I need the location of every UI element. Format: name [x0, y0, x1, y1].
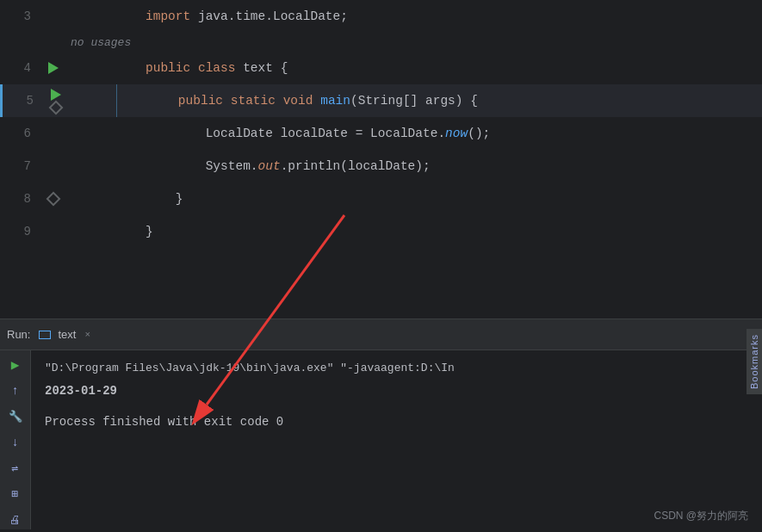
scroll-down-button[interactable]: ↓: [6, 433, 25, 452]
pin-button[interactable]: ⊞: [6, 485, 25, 504]
output-exit-code: Process finished with exit code 0: [45, 411, 748, 433]
diamond-icon-5: [49, 101, 64, 115]
run-body: ▶ ↑ 🔧 ↓ ⇌ ⊞ 🖨 "D:\Program Files\Java\jdk…: [0, 350, 762, 529]
run-sidebar: ▶ ↑ 🔧 ↓ ⇌ ⊞ 🖨: [0, 350, 31, 529]
play-button[interactable]: ▶: [6, 356, 25, 374]
code-content-9: }: [64, 182, 762, 281]
line-number-6: 6: [0, 127, 43, 140]
diamond-icon-8: [46, 192, 61, 207]
line-number-7: 7: [0, 159, 43, 173]
run-gutter-4[interactable]: [43, 62, 64, 74]
line-number-8: 8: [0, 192, 43, 206]
tab-close-button[interactable]: ×: [84, 330, 90, 340]
output-date: 2023-01-29: [45, 380, 748, 402]
run-output: "D:\Program Files\Java\jdk-19\bin\java.e…: [31, 350, 762, 529]
run-label: Run:: [7, 328, 30, 341]
run-panel: Run: text × ▶ ↑ 🔧 ↓ ⇌ ⊞ 🖨 "D:\Program Fi…: [0, 319, 762, 529]
line-number-3: 3: [0, 9, 43, 23]
watermark: CSDN @努力的阿亮: [654, 509, 748, 523]
code-line-9: 9 }: [0, 215, 762, 248]
run-arrow-5[interactable]: [51, 89, 61, 101]
tab-icon: [39, 331, 51, 339]
run-arrow-4[interactable]: [48, 62, 59, 74]
line-number-9: 9: [0, 225, 43, 238]
line-number-5: 5: [3, 94, 46, 108]
line-number-4: 4: [0, 61, 43, 75]
bookmarks-tab[interactable]: Bookmarks: [747, 329, 762, 394]
output-command: "D:\Program Files\Java\jdk-19\bin\java.e…: [45, 357, 748, 380]
wrap-lines-button[interactable]: ⇌: [6, 459, 25, 478]
run-header: Run: text ×: [0, 319, 762, 350]
print-button[interactable]: 🖨: [6, 510, 25, 529]
settings-button[interactable]: 🔧: [6, 407, 25, 426]
code-editor: 3 import java.time.LocalDate; no usages …: [0, 0, 762, 319]
run-gutter-8: [43, 194, 64, 204]
scroll-up-button[interactable]: ↑: [6, 381, 25, 400]
tab-name[interactable]: text: [58, 328, 76, 341]
